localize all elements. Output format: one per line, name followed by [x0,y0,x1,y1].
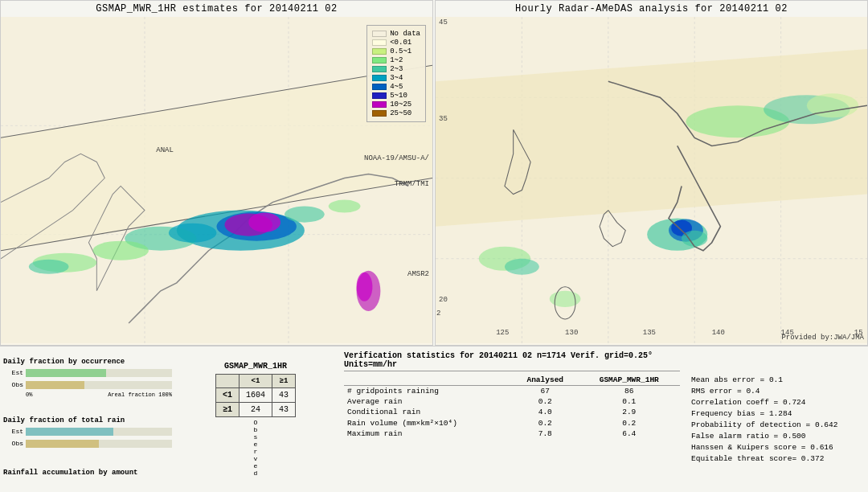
lon-135-label: 135 [643,329,656,337]
stats-val-analysed-2: 4.0 [512,407,579,417]
axis-left-occ: 0% [26,392,32,398]
stats-label-2: Conditional rain [344,407,512,417]
observed-wrapper: Observed [254,419,258,477]
metric-2: Correlation coeff = 0.724 [691,398,862,407]
stats-panel: Verification statistics for 20140211 02 … [339,350,685,489]
contingency-row-header-lt1: <1 [215,388,239,403]
svg-point-14 [92,241,149,260]
bar-container-obs-rain [26,440,172,448]
legend-color-5-10 [372,92,387,99]
stats-val-analysed-3: 0.2 [512,417,579,428]
contingency-table: <1 ≥1 <1 1604 43 ≥1 24 43 [215,374,296,417]
credit-label: Provided by:JWA/JMA [781,334,864,342]
stats-header-row: Analysed GSMAP_MWR_1HR [344,375,680,386]
legend-color-3-4 [372,75,387,81]
stats-val-analysed-0: 67 [512,386,579,397]
contingency-cell-24: 24 [239,403,272,417]
bar-fill-obs-rain [26,440,99,448]
rain-title: Daily fraction of total rain [3,416,172,424]
stats-val-gsmap-2: 2.9 [579,407,680,417]
stats-val-gsmap-4: 6.4 [579,428,680,439]
stats-label-0: # gridpoints raining [344,386,512,397]
bar-label-est-occ: Est [3,369,23,376]
lon-125-label: 125 [496,329,509,337]
metric-label-0: Mean abs error = 0.1 [691,375,783,384]
svg-point-12 [248,213,280,232]
legend-label-5-10: 5~10 [390,92,407,100]
contingency-title: GSMAP_MWR_1HR [224,362,287,371]
maps-section: GSMAP_MWR_1HR estimates for 20140211 02 [0,0,868,346]
left-map-title: GSMAP_MWR_1HR estimates for 20140211 02 [1,1,432,17]
legend-label-1-2: 1~2 [390,56,403,64]
amsr2-label: AMSR2 [407,270,429,278]
metric-3: Frequency bias = 1.284 [691,409,862,418]
bar-label-obs-occ: Obs [3,381,23,388]
legend-item-05-1: 0.5~1 [372,47,420,55]
trmm-label: TRMM/TMI [395,180,429,188]
lat-35-label: 35 [439,115,448,123]
bar-container-est-rain [26,428,172,436]
svg-point-40 [550,291,581,307]
metrics-panel: Mean abs error = 0.1 RMS error = 0.4 Cor… [688,350,865,489]
rain-chart: Daily fraction of total rain Est Obs [3,416,172,450]
svg-point-16 [285,207,325,223]
legend-color-2-3 [372,66,387,72]
stats-row-4: Maximum rain 7.8 6.4 [344,428,680,439]
accum-title: Rainfall accumulation by amount [3,469,172,477]
metric-0: Mean abs error = 0.1 [691,375,862,384]
metric-6: Hanssen & Kuipers score = 0.616 [691,443,862,452]
metric-4: Probability of detection = 0.642 [691,420,862,429]
svg-point-19 [29,260,69,274]
stats-val-gsmap-3: 0.2 [579,417,680,428]
legend-label-2-3: 2~3 [390,65,403,73]
main-container: GSMAP_MWR_1HR estimates for 20140211 02 [0,0,868,492]
stats-row-3: Rain volume (mm×km²×10⁴) 0.2 0.2 [344,417,680,428]
right-map-title: Hourly Radar-AMeDAS analysis for 2014021… [436,1,867,17]
svg-point-21 [357,273,373,301]
stats-val-gsmap-0: 86 [579,386,680,397]
stats-label-1: Average rain [344,396,512,407]
svg-point-39 [505,259,539,275]
bar-label-est-rain: Est [3,428,23,435]
legend-item-1-2: 1~2 [372,56,420,64]
legend-label-001: <0.01 [390,39,411,47]
stats-table: Analysed GSMAP_MWR_1HR # gridpoints rain… [344,375,680,439]
occurrence-title: Daily fraction by occurrence [3,358,172,366]
lat-20-label: 20 [439,296,448,304]
svg-point-15 [169,223,217,243]
stats-header-empty [344,375,512,386]
stats-title: Verification statistics for 20140211 02 … [344,351,680,371]
legend-color-4-5 [372,84,387,90]
stats-label-3: Rain volume (mm×km²×10⁴) [344,417,512,428]
legend-label-nodata: No data [390,30,420,38]
bar-fill-obs-occ [26,381,84,389]
stats-row-1: Average rain 0.2 0.1 [344,396,680,407]
bar-row-est-rain: Est [3,426,172,437]
legend-item-3-4: 3~4 [372,74,420,82]
noaa-label: NOAA-19/AMSU-A/ [364,154,429,162]
metric-label-1: RMS error = 0.4 [691,387,760,396]
svg-point-17 [329,200,361,213]
bar-fill-est-occ [26,369,106,377]
legend-item-001: <0.01 [372,39,420,47]
legend-label-25-50: 25~50 [390,109,411,117]
metric-label-2: Correlation coeff = 0.724 [691,398,806,407]
bar-row-obs-occ: Obs [3,379,172,391]
bar-fill-est-rain [26,428,113,436]
contingency-row-gte1: ≥1 24 43 [215,403,295,417]
bar-container-obs-occ [26,381,172,389]
legend-label-4-5: 4~5 [390,83,403,91]
stats-row-0: # gridpoints raining 67 86 [344,386,680,397]
contingency-cell-43b: 43 [272,403,296,417]
metric-1: RMS error = 0.4 [691,387,862,396]
legend-label-10-25: 10~25 [390,100,411,109]
stats-header-gsmap: GSMAP_MWR_1HR [579,375,680,386]
left-map-panel: GSMAP_MWR_1HR estimates for 20140211 02 [0,0,433,346]
stats-val-analysed-4: 7.8 [512,428,579,439]
metric-label-7: Equitable threat score= 0.372 [691,454,824,463]
bar-label-obs-rain: Obs [3,440,23,447]
contingency-panel: GSMAP_MWR_1HR <1 ≥1 <1 1604 43 [175,350,336,489]
legend-color-nodata [372,31,387,37]
right-map-area: 45 35 20 125 130 135 140 145 15 2 Provid… [436,17,867,343]
legend-color-05-1 [372,48,387,55]
